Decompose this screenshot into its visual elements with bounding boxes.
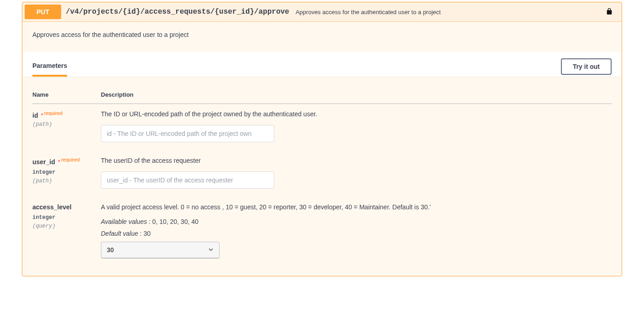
operation-description: Approves access for the authenticated us… — [22, 22, 622, 52]
operation-summary[interactable]: PUT /v4/projects/{id}/access_requests/{u… — [22, 2, 622, 22]
parameters-table: Name Description id *required (path) The… — [32, 86, 612, 267]
param-row-user-id: user_id *required integer (path) The use… — [32, 150, 612, 197]
available-values: : 0, 10, 20, 30, 40 — [147, 218, 199, 225]
param-row-id: id *required (path) The ID or URL-encode… — [32, 104, 612, 151]
default-value-line: Default value : 30 — [101, 230, 612, 237]
param-input-user-id[interactable] — [101, 171, 274, 189]
required-star: * — [39, 112, 43, 119]
param-name: access_level — [32, 203, 72, 211]
available-values-label: Available values — [101, 218, 147, 225]
operation-block: PUT /v4/projects/{id}/access_requests/{u… — [22, 2, 622, 276]
lock-icon[interactable] — [606, 7, 613, 17]
param-description: The userID of the access requester — [101, 157, 612, 164]
operation-path: /v4/projects/{id}/access_requests/{user_… — [66, 8, 289, 16]
http-method-badge: PUT — [25, 5, 61, 19]
parameters-header: Parameters Try it out — [22, 52, 622, 77]
parameters-title: Parameters — [32, 57, 67, 77]
available-values-line: Available values : 0, 10, 20, 30, 40 — [101, 218, 612, 225]
param-location: (query) — [32, 223, 101, 229]
param-row-access-level: access_level integer (query) A valid pro… — [32, 197, 612, 267]
param-type: integer — [32, 169, 101, 176]
param-type: integer — [32, 214, 101, 221]
param-select-wrap: 30 — [101, 242, 220, 259]
default-value: : 30 — [138, 230, 151, 237]
col-header-description: Description — [101, 86, 612, 104]
param-input-id[interactable] — [101, 125, 274, 142]
param-description: A valid project access level. 0 = no acc… — [101, 203, 612, 211]
param-location: (path) — [32, 178, 101, 184]
param-name: user_id — [32, 158, 55, 166]
param-select-access-level[interactable]: 30 — [101, 242, 220, 259]
try-it-out-button[interactable]: Try it out — [561, 58, 612, 75]
required-star: * — [56, 158, 60, 166]
required-label: required — [44, 110, 63, 116]
operation-summary-text: Approves access for the authenticated us… — [296, 9, 603, 16]
param-name: id — [32, 112, 38, 119]
col-header-name: Name — [32, 86, 101, 104]
operation-body: Approves access for the authenticated us… — [22, 22, 622, 267]
param-description: The ID or URL-encoded path of the projec… — [101, 110, 612, 118]
required-label: required — [61, 157, 79, 162]
param-location: (path) — [32, 121, 101, 128]
default-value-label: Default value — [101, 230, 138, 237]
